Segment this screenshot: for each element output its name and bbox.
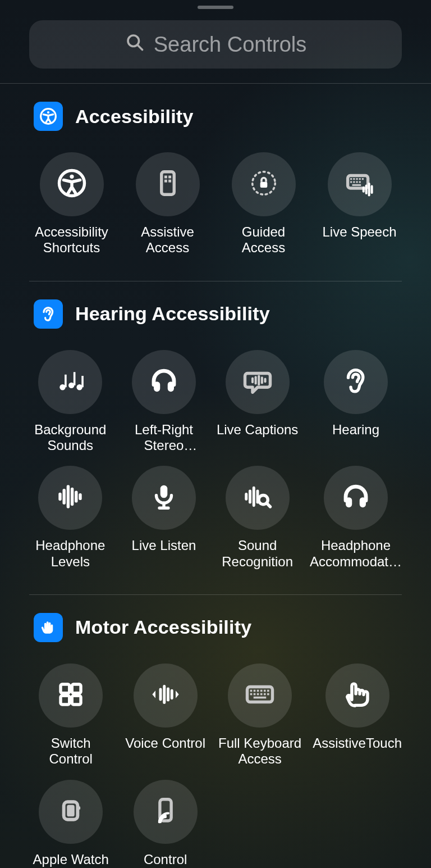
- svg-rect-10: [168, 180, 171, 183]
- section-header: Motor Accessibility: [29, 613, 402, 642]
- svg-rect-19: [350, 181, 352, 183]
- svg-rect-16: [356, 178, 357, 180]
- headphones-icon: [149, 366, 179, 398]
- tile-label: Full Keyboard Access: [218, 735, 301, 767]
- microphone-icon: [149, 481, 179, 514]
- svg-rect-72: [260, 693, 263, 696]
- tile-label: Assistive Access: [125, 224, 210, 256]
- tile-label: Control Nearby Devi…: [123, 852, 207, 869]
- svg-line-53: [267, 503, 270, 507]
- accessibility-badge-icon: [34, 102, 63, 131]
- tile-grid: Accessibility Shortcuts Assistive Access…: [29, 152, 402, 256]
- search-placeholder: Search Controls: [154, 33, 306, 57]
- tile-sound-recognition[interactable]: Sound Recognition: [216, 466, 299, 570]
- tile-background-sounds[interactable]: Background Sounds: [29, 350, 112, 454]
- lock-dotted-circle-icon: [249, 168, 279, 201]
- sheet-grabber[interactable]: [198, 6, 233, 9]
- svg-rect-15: [353, 178, 355, 180]
- tile-voice-control[interactable]: Voice Control: [123, 664, 207, 767]
- svg-rect-77: [67, 805, 75, 816]
- svg-rect-12: [260, 182, 267, 188]
- svg-line-1: [137, 45, 142, 49]
- svg-rect-70: [254, 693, 256, 696]
- svg-rect-66: [260, 690, 263, 692]
- music-notes-icon: [55, 366, 85, 398]
- tile-switch-control[interactable]: Switch Control: [29, 664, 112, 767]
- speech-waveform-icon: [242, 366, 273, 398]
- tile-label: Live Captions: [217, 422, 298, 438]
- tile-live-captions[interactable]: Live Captions: [216, 350, 299, 454]
- apple-watch-icon: [56, 796, 86, 828]
- tile-assistive-access[interactable]: Assistive Access: [125, 152, 210, 256]
- tile-apple-watch-mirroring[interactable]: Apple Watch Mirroring: [29, 780, 112, 869]
- svg-rect-69: [250, 693, 253, 696]
- tile-grid: Background Sounds Left‑Right Stereo Bala…: [29, 350, 402, 570]
- svg-rect-22: [359, 181, 360, 183]
- svg-point-5: [70, 175, 74, 179]
- search-icon: [125, 32, 145, 57]
- tile-accessibility-shortcuts[interactable]: Accessibility Shortcuts: [29, 152, 114, 256]
- tile-headphone-levels[interactable]: Headphone Levels: [29, 466, 112, 570]
- tile-live-listen[interactable]: Live Listen: [123, 466, 205, 570]
- tile-label: Hearing: [332, 422, 379, 438]
- keyboard-icon: [245, 679, 275, 712]
- keyboard-waveform-icon: [345, 168, 375, 201]
- svg-rect-64: [254, 690, 256, 692]
- waveform-arrows-icon: [150, 679, 181, 712]
- tile-label: Apple Watch Mirroring: [29, 852, 112, 869]
- phone-grid-icon: [153, 168, 183, 201]
- phone-broadcast-icon: [150, 796, 181, 828]
- tile-label: Live Speech: [322, 224, 396, 240]
- person-circle-icon: [57, 168, 87, 201]
- tile-live-speech[interactable]: Live Speech: [317, 152, 402, 256]
- tile-label: AssistiveTouch: [313, 735, 402, 751]
- tile-label: Left‑Right Stereo Balan…: [123, 422, 205, 454]
- waveform-search-icon: [242, 481, 273, 514]
- svg-rect-6: [161, 172, 174, 195]
- svg-rect-17: [359, 178, 360, 180]
- svg-rect-14: [350, 178, 352, 180]
- section-title: Hearing Accessibility: [75, 303, 270, 325]
- svg-rect-68: [267, 690, 269, 692]
- tile-stereo-balance[interactable]: Left‑Right Stereo Balan…: [123, 350, 205, 454]
- tile-hearing[interactable]: Hearing: [310, 350, 402, 454]
- ear-icon: [341, 366, 371, 398]
- tile-headphone-accommodations[interactable]: Headphone Accommodat…: [310, 466, 402, 570]
- tile-guided-access[interactable]: Guided Access: [221, 152, 306, 256]
- four-squares-icon: [56, 679, 86, 712]
- tile-label: Live Listen: [132, 538, 196, 553]
- svg-rect-7: [164, 176, 167, 179]
- svg-rect-20: [353, 181, 355, 183]
- tile-assistive-touch[interactable]: AssistiveTouch: [313, 664, 402, 767]
- svg-rect-56: [61, 696, 70, 705]
- section-hearing: Hearing Accessibility Background Sounds …: [0, 281, 431, 570]
- pointing-hand-icon: [342, 679, 373, 712]
- svg-rect-21: [356, 181, 357, 183]
- tile-label: Headphone Levels: [29, 538, 112, 570]
- svg-rect-65: [257, 690, 259, 692]
- svg-rect-78: [79, 806, 80, 810]
- svg-rect-54: [61, 684, 70, 693]
- svg-rect-74: [267, 693, 269, 696]
- svg-rect-18: [361, 178, 363, 180]
- tile-full-keyboard-access[interactable]: Full Keyboard Access: [218, 664, 301, 767]
- waveform-icon: [55, 481, 85, 514]
- svg-rect-57: [72, 696, 81, 705]
- section-header: Accessibility: [29, 102, 402, 131]
- section-title: Accessibility: [75, 106, 194, 128]
- svg-point-3: [47, 111, 49, 113]
- tile-label: Voice Control: [125, 735, 205, 751]
- section-accessibility: Accessibility Accessibility Shortcuts As…: [0, 84, 431, 256]
- svg-rect-31: [74, 372, 76, 385]
- svg-rect-63: [250, 690, 253, 692]
- svg-rect-71: [257, 693, 259, 696]
- section-header: Hearing Accessibility: [29, 299, 402, 329]
- svg-rect-9: [164, 180, 167, 183]
- search-input[interactable]: Search Controls: [29, 20, 402, 69]
- svg-rect-29: [65, 374, 67, 387]
- tile-grid: Switch Control Voice Control Full Keyboa…: [29, 664, 402, 868]
- svg-rect-23: [352, 184, 361, 186]
- search-container: Search Controls: [0, 20, 431, 83]
- tile-label: Background Sounds: [29, 422, 112, 454]
- tile-control-nearby-devices[interactable]: Control Nearby Devi…: [123, 780, 207, 869]
